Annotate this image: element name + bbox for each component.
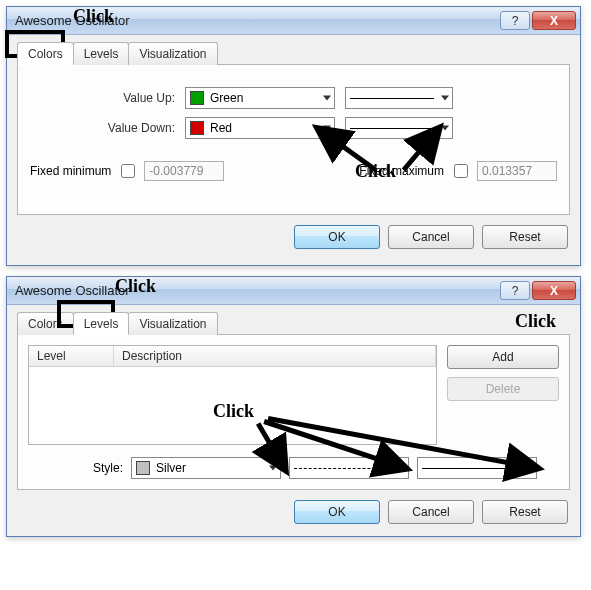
- chevron-down-icon: [323, 126, 331, 131]
- close-button[interactable]: X: [532, 11, 576, 30]
- button-row: OK Cancel Reset: [17, 490, 570, 526]
- ok-button[interactable]: OK: [294, 225, 380, 249]
- reset-button[interactable]: Reset: [482, 500, 568, 524]
- line-solid-icon: [422, 468, 518, 469]
- fixed-max-label: Fixed maximum: [359, 164, 444, 178]
- fixed-min-checkbox[interactable]: [121, 164, 135, 178]
- fixed-min-label: Fixed minimum: [30, 164, 111, 178]
- dialog-levels: Awesome Oscillator ? X Colors Levels Vis…: [6, 276, 581, 537]
- levels-side-buttons: Add Delete: [447, 345, 559, 445]
- value-up-label: Value Up:: [30, 91, 175, 105]
- chevron-down-icon: [441, 126, 449, 131]
- chevron-down-icon: [441, 96, 449, 101]
- levels-table[interactable]: Level Description: [28, 345, 437, 445]
- style-pattern-combo[interactable]: [289, 457, 409, 479]
- delete-button: Delete: [447, 377, 559, 401]
- tab-colors[interactable]: Colors: [17, 42, 74, 65]
- fixed-min-input[interactable]: [144, 161, 224, 181]
- dialog-colors: Awesome Oscillator ? X Colors Levels Vis…: [6, 6, 581, 266]
- chevron-down-icon: [397, 466, 405, 471]
- line-solid-icon: [350, 98, 434, 99]
- chevron-down-icon: [525, 466, 533, 471]
- fixed-max-input[interactable]: [477, 161, 557, 181]
- close-button[interactable]: X: [532, 281, 576, 300]
- close-icon: X: [550, 14, 558, 28]
- window-title: Awesome Oscillator: [15, 13, 498, 28]
- levels-panel: Level Description Add Delete Style: Silv…: [17, 335, 570, 490]
- tab-visualization[interactable]: Visualization: [128, 42, 217, 65]
- style-color-text: Silver: [156, 461, 186, 475]
- chevron-down-icon: [269, 466, 277, 471]
- value-up-color-combo[interactable]: Green: [185, 87, 335, 109]
- value-up-line-combo[interactable]: [345, 87, 453, 109]
- help-button[interactable]: ?: [500, 11, 530, 30]
- colors-panel: Value Up: Green Value Down: Red: [17, 65, 570, 215]
- red-swatch-icon: [190, 121, 204, 135]
- help-icon: ?: [512, 284, 519, 298]
- ok-button[interactable]: OK: [294, 500, 380, 524]
- help-button[interactable]: ?: [500, 281, 530, 300]
- style-width-combo[interactable]: [417, 457, 537, 479]
- value-down-line-combo[interactable]: [345, 117, 453, 139]
- line-solid-icon: [350, 128, 434, 129]
- value-down-color-text: Red: [210, 121, 232, 135]
- tabs: Colors Levels Visualization: [17, 41, 570, 65]
- fixed-max-checkbox[interactable]: [454, 164, 468, 178]
- table-header: Level Description: [29, 346, 436, 367]
- cancel-button[interactable]: Cancel: [388, 225, 474, 249]
- tabs: Colors Levels Visualization: [17, 311, 570, 335]
- tab-visualization[interactable]: Visualization: [128, 312, 217, 335]
- col-description[interactable]: Description: [114, 346, 436, 366]
- cancel-button[interactable]: Cancel: [388, 500, 474, 524]
- button-row: OK Cancel Reset: [17, 215, 570, 251]
- green-swatch-icon: [190, 91, 204, 105]
- add-button[interactable]: Add: [447, 345, 559, 369]
- style-color-combo[interactable]: Silver: [131, 457, 281, 479]
- value-down-label: Value Down:: [30, 121, 175, 135]
- window-title: Awesome Oscillator: [15, 283, 498, 298]
- help-icon: ?: [512, 14, 519, 28]
- tab-levels[interactable]: Levels: [73, 42, 130, 65]
- chevron-down-icon: [323, 96, 331, 101]
- value-down-color-combo[interactable]: Red: [185, 117, 335, 139]
- tab-colors[interactable]: Colors: [17, 312, 74, 335]
- titlebar[interactable]: Awesome Oscillator ? X: [7, 277, 580, 305]
- col-level[interactable]: Level: [29, 346, 114, 366]
- line-dashed-icon: [294, 468, 390, 469]
- reset-button[interactable]: Reset: [482, 225, 568, 249]
- titlebar[interactable]: Awesome Oscillator ? X: [7, 7, 580, 35]
- style-label: Style:: [28, 461, 123, 475]
- tab-levels[interactable]: Levels: [73, 312, 130, 335]
- value-up-color-text: Green: [210, 91, 243, 105]
- silver-swatch-icon: [136, 461, 150, 475]
- close-icon: X: [550, 284, 558, 298]
